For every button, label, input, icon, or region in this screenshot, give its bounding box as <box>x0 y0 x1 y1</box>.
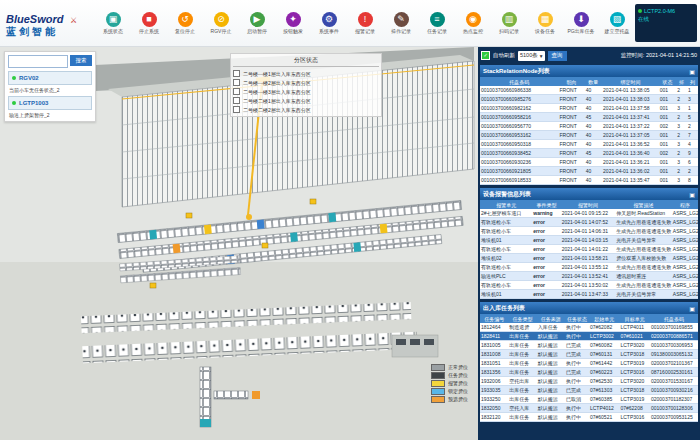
count-select[interactable]: 5100条 ▾ <box>518 51 545 61</box>
toolbar-button[interactable]: ⬇PG出库任务 <box>563 12 599 34</box>
zone-checkbox[interactable] <box>233 88 240 95</box>
table-cell: error <box>532 218 560 227</box>
table-cell: FRONT <box>558 167 584 176</box>
toolbar-button[interactable]: ↺复位停止 <box>167 12 203 34</box>
table-row[interactable]: 001003700660982162FRONT402021-04-01 13:3… <box>480 104 698 113</box>
table-row[interactable]: 1828411出库任务默认搬运执行中LCTP300207#61021020003… <box>480 332 698 341</box>
expand-icon[interactable]: ▣ <box>689 68 695 75</box>
column-header: 报警单元 <box>480 200 532 209</box>
toolbar-button[interactable]: ✦按钮触发 <box>275 12 311 34</box>
table-cell: FRONT <box>558 176 584 185</box>
table-cell: 默认搬运 <box>537 413 565 422</box>
table-row[interactable]: 001003700660985276FRONT402021-04-01 13:3… <box>480 95 698 104</box>
table-row[interactable]: 有轨巡检小车error2021-04-01 14:06:31生成先占用巷道通道失… <box>480 227 698 236</box>
table-cell: error <box>532 236 560 245</box>
table-cell: 默认搬运 <box>537 377 565 386</box>
toolbar-button[interactable]: ⊘RGV停止 <box>203 12 239 34</box>
table-row[interactable]: 有轨巡检小车error2021-04-01 13:55:12生成先占用巷道通道失… <box>480 263 698 272</box>
toolbar-button[interactable]: ▧建立空托盘 <box>599 12 635 34</box>
toolbar-button[interactable]: ▥扫码记录 <box>491 12 527 34</box>
table-row[interactable]: 1933250出库任务默认搬运已取消07#60385LCTP3019020003… <box>480 395 698 404</box>
expand-icon[interactable]: ▣ <box>689 305 695 312</box>
table-row[interactable]: 堆垛机01error2021-04-01 14:03:15光电开关信号异常ASR… <box>480 236 698 245</box>
table-cell: 1831008 <box>480 350 508 359</box>
zone-checkbox[interactable] <box>233 97 240 104</box>
toolbar-button[interactable]: !报警记录 <box>347 12 383 34</box>
table-cell: ASRS_LG2 <box>672 281 698 290</box>
toolbar-button[interactable]: ✎操作记录 <box>383 12 419 34</box>
search-button[interactable]: 搜索 <box>70 55 92 66</box>
table-row[interactable]: 1933035出库任务默认搬运已完成07#61303LCTP3018001003… <box>480 386 698 395</box>
table-row[interactable]: 1831008出库任务默认搬运已完成07#60131LCTP3018091380… <box>480 350 698 359</box>
toolbar-button[interactable]: ▶启动暂停 <box>239 12 275 34</box>
table-cell: 默认搬运 <box>537 386 565 395</box>
table-cell: 2021-04-01 09:15:22 <box>561 209 616 218</box>
table-cell: 出库任务 <box>508 359 536 368</box>
table-cell: 001003700169855 <box>650 323 698 332</box>
device-status-widget: LCTP2.0-M6 在线 <box>635 4 697 42</box>
zone-checkbox[interactable] <box>233 79 240 86</box>
table-row[interactable]: 1832050空托入库默认搬运执行中LCTP401207#62208001003… <box>480 404 698 413</box>
toolbar-button-label: 热点监控 <box>455 28 491 34</box>
search-input[interactable] <box>8 55 68 68</box>
table-row[interactable]: 001003700660953162FRONT402021-04-01 13:3… <box>480 131 698 140</box>
table-row[interactable]: 001003700660918533FRONT402021-04-01 13:3… <box>480 176 698 185</box>
expand-icon[interactable]: ▣ <box>689 191 695 198</box>
table-cell: 2 <box>676 95 687 104</box>
table-cell: LCTP4012 <box>589 404 620 413</box>
toolbar-icon: ▧ <box>610 12 625 27</box>
table-row[interactable]: 001003700660930236FRONT402021-04-01 13:3… <box>480 158 698 167</box>
table-cell: 002 <box>659 149 676 158</box>
toolbar-button[interactable]: ≡任务记录 <box>419 12 455 34</box>
toolbar-button[interactable]: ⚙系统事件 <box>311 12 347 34</box>
query-button[interactable]: 查询 <box>548 51 567 61</box>
auto-refresh-checkbox[interactable] <box>481 51 490 60</box>
table-cell: 已完成 <box>565 386 589 395</box>
table-row[interactable]: 1832120出库任务默认搬运执行中07#60521LCTP3016020003… <box>480 413 698 422</box>
table-cell: 生成先占用巷道通道失败 <box>615 263 672 272</box>
toolbar-button[interactable]: ▦设备任务 <box>527 12 563 34</box>
table-row[interactable]: 1812464制造退货入库任务执行中07#62082LCTP4011001003… <box>480 323 698 332</box>
table-cell: 默认搬运 <box>537 404 565 413</box>
table-row[interactable]: 001003700660950318FRONT402021-04-01 13:3… <box>480 140 698 149</box>
table-cell: 3 <box>676 140 687 149</box>
table-row[interactable]: 001003700660938452FRONT452021-04-01 13:3… <box>480 149 698 158</box>
zone-checkbox[interactable] <box>233 70 240 77</box>
table-row[interactable]: 001003700660956770FRONT402021-04-01 13:3… <box>480 122 698 131</box>
zone-checkbox[interactable] <box>233 106 240 113</box>
table-cell: 40 <box>585 158 602 167</box>
table-row[interactable]: 1932006空托出库默认搬运执行中07#62530LCTP3020020003… <box>480 377 698 386</box>
device-id: LGTP1003 <box>19 100 48 106</box>
table-row[interactable]: 堆垛机01error2021-04-01 13:47:33光电开关信号异常ASR… <box>480 290 698 299</box>
table-row[interactable]: 有轨巡检小车error2021-04-01 14:01:22生成先占用巷道通道失… <box>480 245 698 254</box>
table-cell: 有轨巡检小车 <box>480 245 532 254</box>
table-row[interactable]: 2#七层穿梭车道口warning2021-04-01 09:15:22伸叉超时.… <box>480 209 698 218</box>
table-cell: 堆垛机01 <box>480 236 532 245</box>
device-button[interactable]: LGTP1003 <box>8 96 92 110</box>
table-row[interactable]: 堆垛机02error2021-04-01 13:58:21货位双重入库校验失败A… <box>480 254 698 263</box>
table-cell: 2021-04-01 13:55:12 <box>561 263 616 272</box>
toolbar-button-label: RGV停止 <box>203 28 239 34</box>
table-cell: 1831051 <box>480 359 508 368</box>
table-row[interactable]: 有轨巡检小车error2021-04-01 14:07:52生成先占用巷道通道失… <box>480 218 698 227</box>
table-row[interactable]: 001003700660986338FRONT402021-04-01 13:3… <box>480 86 698 95</box>
table-row[interactable]: 输送线PLCerror2021-04-01 13:52:41通讯超时重连ASRS… <box>480 272 698 281</box>
table-cell: 出库任务 <box>508 413 536 422</box>
table-cell: error <box>532 254 560 263</box>
column-header: 排 <box>676 77 687 86</box>
table-cell: ASRS_LG2 <box>672 236 698 245</box>
table-row[interactable]: 1831051出库任务默认搬运执行中07#61442LCTP3019020003… <box>480 359 698 368</box>
table-cell: 2 <box>676 167 687 176</box>
device-button[interactable]: RGV02 <box>8 71 92 85</box>
table-cell: LCTP3020 <box>619 341 650 350</box>
table-row[interactable]: 001003700660921805FRONT402021-04-01 13:3… <box>480 167 698 176</box>
table-cell: 2 <box>676 86 687 95</box>
table-row[interactable]: 1831356出库任务默认搬运已完成07#60223LCTP3016087160… <box>480 368 698 377</box>
toolbar-button[interactable]: ■停止系统 <box>131 12 167 34</box>
table-row[interactable]: 1831005出库任务默认搬运已完成07#60082LCTP3020001003… <box>480 341 698 350</box>
table-cell: 空托入库 <box>508 404 536 413</box>
toolbar-button[interactable]: ◉热点监控 <box>455 12 491 34</box>
table-row[interactable]: 有轨巡检小车error2021-04-01 13:50:02生成先占用巷道通道失… <box>480 281 698 290</box>
toolbar-button[interactable]: ▣系统状态 <box>95 12 131 34</box>
table-row[interactable]: 001003700660958216FRONT452021-04-01 13:3… <box>480 113 698 122</box>
